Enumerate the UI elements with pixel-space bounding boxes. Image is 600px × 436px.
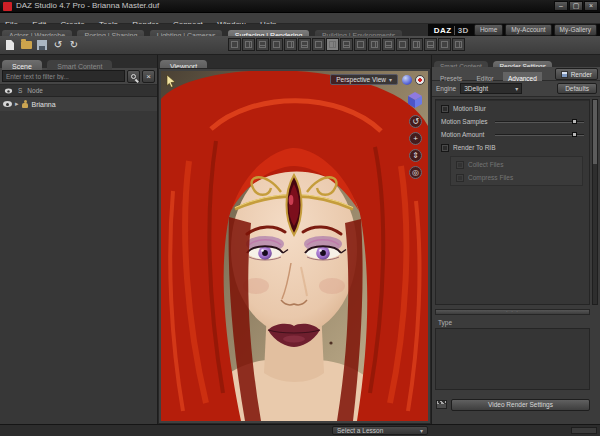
brand-daz-text: DAZ [434, 26, 452, 35]
slider-handle[interactable] [572, 119, 577, 124]
window-title: DAZ Studio 4.7 Pro - Brianna Master.duf [16, 0, 159, 12]
render-settings-panel: Smart Content Render Settings Presets Ed… [431, 55, 600, 424]
pane-layout-icon[interactable] [438, 38, 451, 51]
frame-icon[interactable]: ◎ [409, 166, 422, 179]
home-button[interactable]: Home [474, 24, 503, 36]
pane-layout-icon[interactable] [298, 38, 311, 51]
pane-layout-icon[interactable] [410, 38, 423, 51]
pane-layout-icon[interactable] [284, 38, 297, 51]
app-window: DAZ Studio 4.7 Pro - Brianna Master.duf … [0, 0, 600, 436]
open-file-button[interactable] [19, 38, 33, 52]
pane-layout-icon[interactable] [242, 38, 255, 51]
status-bar: Select a Lesson ▾ [0, 424, 600, 436]
scene-filter-row: × [0, 68, 157, 85]
video-render-settings-button[interactable]: Video Render Settings [451, 399, 590, 411]
pan-icon[interactable]: + [409, 132, 422, 145]
motion-amount-slider[interactable] [495, 130, 584, 139]
my-gallery-button[interactable]: My-Gallery [554, 24, 597, 36]
redo-button[interactable]: ↻ [67, 38, 81, 52]
pane-layout-icon[interactable] [270, 38, 283, 51]
render-to-rib-checkbox[interactable] [441, 144, 449, 152]
pane-layout-icon[interactable] [354, 38, 367, 51]
render-button[interactable]: Render [555, 68, 598, 80]
my-account-button[interactable]: My-Account [505, 24, 551, 36]
chevron-down-icon: ▾ [515, 85, 518, 92]
type-list[interactable] [435, 328, 590, 390]
scene-filter-input[interactable] [2, 70, 125, 82]
aim-target-icon[interactable] [415, 75, 425, 85]
defaults-button[interactable]: Defaults [557, 83, 597, 94]
engine-select[interactable]: 3Delight ▾ [460, 83, 522, 94]
clear-filter-button[interactable]: × [142, 70, 155, 83]
render-preview [161, 71, 428, 421]
pane-layout-icon[interactable] [382, 38, 395, 51]
pane-layout-icon[interactable] [312, 38, 325, 51]
motion-blur-label: Motion Blur [453, 105, 486, 112]
shaded-sphere-icon[interactable] [402, 75, 412, 85]
search-icon [131, 74, 136, 79]
new-file-button[interactable] [3, 38, 17, 52]
motion-blur-row: Motion Blur [436, 102, 589, 115]
daz3d-logo: DAZ3D [431, 26, 472, 35]
motion-amount-label: Motion Amount [441, 131, 491, 138]
engine-value: 3Delight [464, 85, 488, 92]
scene-node-brianna[interactable]: ▸ Brianna [0, 97, 157, 111]
visibility-eye-icon[interactable] [3, 101, 12, 107]
render-panel-content: Motion Blur Motion Samples Motion Amount… [432, 97, 600, 424]
undo-button[interactable]: ↺ [51, 38, 65, 52]
pane-layout-icon[interactable] [340, 38, 353, 51]
undo-icon: ↺ [54, 40, 62, 50]
type-label: Type [438, 319, 452, 326]
motion-samples-label: Motion Samples [441, 118, 491, 125]
pane-layout-icon[interactable] [368, 38, 381, 51]
scene-list-header: S Node [0, 85, 157, 97]
video-row: Video Render Settings [436, 398, 590, 411]
camera-view-selector[interactable]: Perspective View ▾ [330, 74, 398, 85]
scrollbar[interactable] [592, 99, 598, 305]
engine-label: Engine [436, 85, 456, 92]
node-label: Brianna [32, 101, 56, 108]
lesson-label: Select a Lesson [337, 427, 383, 434]
expander-icon[interactable]: ▸ [15, 100, 19, 108]
compress-files-row: Compress Files [451, 171, 582, 184]
save-icon [37, 40, 47, 50]
activity-bar: Actors | Wardrobe Posing | Shaping Light… [0, 24, 600, 36]
brand-bar: DAZ3D Home My-Account My-Gallery [428, 24, 600, 36]
pane-layout-icon[interactable] [228, 38, 241, 51]
viewport-layout-toolbar [228, 38, 465, 51]
render-icon [561, 71, 568, 78]
menu-bar: File Edit Create Tools Render Connect Wi… [0, 13, 600, 24]
render-button-label: Render [571, 71, 592, 78]
pane-layout-icon[interactable] [452, 38, 465, 51]
folder-icon [21, 41, 32, 49]
close-button[interactable]: × [584, 1, 598, 11]
pane-layout-icon[interactable] [424, 38, 437, 51]
rib-options-group: Collect Files Compress Files [450, 156, 583, 186]
window-controls: – ▢ × [554, 1, 598, 11]
lesson-selector[interactable]: Select a Lesson ▾ [332, 426, 428, 435]
render-subtabs: Presets Editor Advanced Render [432, 67, 600, 81]
compress-files-label: Compress Files [468, 174, 513, 181]
minimize-button[interactable]: – [554, 1, 568, 11]
viewport-canvas[interactable]: Perspective View ▾ ↺ + ⇕ ◎ [161, 71, 428, 421]
pane-layout-icon[interactable] [256, 38, 269, 51]
video-icon [436, 400, 447, 409]
node-column-label: Node [27, 87, 43, 94]
maximize-button[interactable]: ▢ [569, 1, 583, 11]
scene-panel-tabs: Scene Smart Content [0, 55, 157, 68]
view-cube-icon[interactable] [406, 91, 424, 109]
pane-layout-icon[interactable] [396, 38, 409, 51]
scrollbar-thumb[interactable] [593, 100, 597, 164]
dolly-icon[interactable]: ⇕ [409, 149, 422, 162]
slider-handle[interactable] [572, 132, 577, 137]
pane-layout-icon-active[interactable] [326, 38, 339, 51]
search-button[interactable] [127, 70, 140, 83]
motion-blur-checkbox[interactable] [441, 105, 449, 113]
document-icon [6, 40, 14, 50]
pane-splitter[interactable]: · · · [435, 309, 590, 315]
orbit-icon[interactable]: ↺ [409, 115, 422, 128]
motion-samples-slider[interactable] [495, 117, 584, 126]
render-panel-tabs: Smart Content Render Settings [432, 55, 600, 67]
engine-row: Engine 3Delight ▾ Defaults [432, 81, 600, 97]
save-file-button[interactable] [35, 38, 49, 52]
